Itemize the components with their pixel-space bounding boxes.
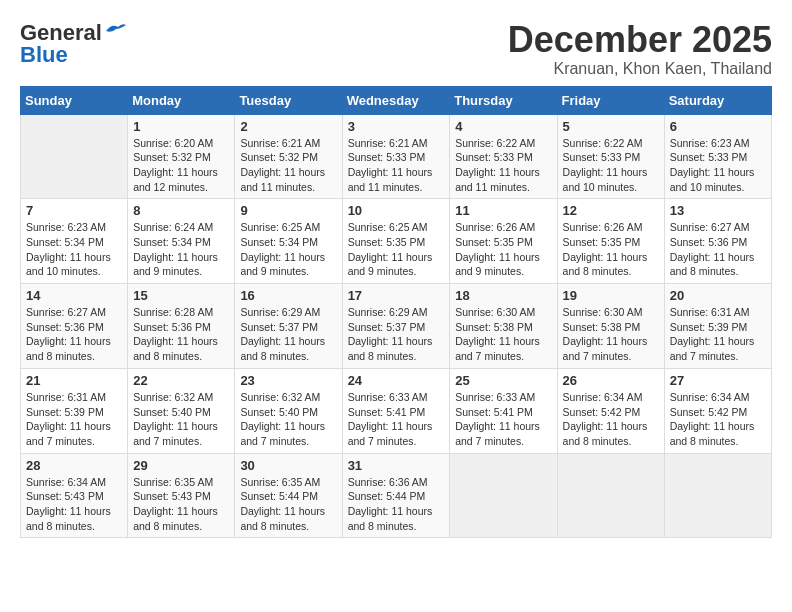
calendar-cell: 6Sunrise: 6:23 AMSunset: 5:33 PMDaylight… (664, 114, 771, 199)
calendar-cell: 5Sunrise: 6:22 AMSunset: 5:33 PMDaylight… (557, 114, 664, 199)
day-number: 19 (563, 288, 659, 303)
day-number: 2 (240, 119, 336, 134)
calendar-cell: 15Sunrise: 6:28 AMSunset: 5:36 PMDayligh… (128, 284, 235, 369)
day-info: Sunrise: 6:32 AMSunset: 5:40 PMDaylight:… (240, 390, 336, 449)
day-info: Sunrise: 6:32 AMSunset: 5:40 PMDaylight:… (133, 390, 229, 449)
day-info: Sunrise: 6:22 AMSunset: 5:33 PMDaylight:… (563, 136, 659, 195)
day-number: 5 (563, 119, 659, 134)
day-info: Sunrise: 6:35 AMSunset: 5:44 PMDaylight:… (240, 475, 336, 534)
week-row-3: 14Sunrise: 6:27 AMSunset: 5:36 PMDayligh… (21, 284, 772, 369)
day-info: Sunrise: 6:23 AMSunset: 5:34 PMDaylight:… (26, 220, 122, 279)
calendar-cell: 28Sunrise: 6:34 AMSunset: 5:43 PMDayligh… (21, 453, 128, 538)
day-info: Sunrise: 6:21 AMSunset: 5:32 PMDaylight:… (240, 136, 336, 195)
header-monday: Monday (128, 86, 235, 114)
header-tuesday: Tuesday (235, 86, 342, 114)
day-number: 9 (240, 203, 336, 218)
day-info: Sunrise: 6:23 AMSunset: 5:33 PMDaylight:… (670, 136, 766, 195)
day-number: 13 (670, 203, 766, 218)
day-info: Sunrise: 6:34 AMSunset: 5:43 PMDaylight:… (26, 475, 122, 534)
calendar-cell: 12Sunrise: 6:26 AMSunset: 5:35 PMDayligh… (557, 199, 664, 284)
day-number: 7 (26, 203, 122, 218)
header-saturday: Saturday (664, 86, 771, 114)
calendar-cell: 16Sunrise: 6:29 AMSunset: 5:37 PMDayligh… (235, 284, 342, 369)
calendar-cell (557, 453, 664, 538)
calendar-cell: 7Sunrise: 6:23 AMSunset: 5:34 PMDaylight… (21, 199, 128, 284)
day-info: Sunrise: 6:34 AMSunset: 5:42 PMDaylight:… (670, 390, 766, 449)
calendar-header-row: SundayMondayTuesdayWednesdayThursdayFrid… (21, 86, 772, 114)
week-row-2: 7Sunrise: 6:23 AMSunset: 5:34 PMDaylight… (21, 199, 772, 284)
day-info: Sunrise: 6:25 AMSunset: 5:35 PMDaylight:… (348, 220, 445, 279)
day-info: Sunrise: 6:31 AMSunset: 5:39 PMDaylight:… (670, 305, 766, 364)
week-row-4: 21Sunrise: 6:31 AMSunset: 5:39 PMDayligh… (21, 368, 772, 453)
title-block: December 2025 Kranuan, Khon Kaen, Thaila… (508, 20, 772, 78)
day-info: Sunrise: 6:33 AMSunset: 5:41 PMDaylight:… (348, 390, 445, 449)
day-number: 11 (455, 203, 551, 218)
calendar-cell: 27Sunrise: 6:34 AMSunset: 5:42 PMDayligh… (664, 368, 771, 453)
calendar-cell: 2Sunrise: 6:21 AMSunset: 5:32 PMDaylight… (235, 114, 342, 199)
calendar-cell: 10Sunrise: 6:25 AMSunset: 5:35 PMDayligh… (342, 199, 450, 284)
calendar-cell: 14Sunrise: 6:27 AMSunset: 5:36 PMDayligh… (21, 284, 128, 369)
day-number: 29 (133, 458, 229, 473)
day-info: Sunrise: 6:21 AMSunset: 5:33 PMDaylight:… (348, 136, 445, 195)
day-info: Sunrise: 6:36 AMSunset: 5:44 PMDaylight:… (348, 475, 445, 534)
calendar-cell: 21Sunrise: 6:31 AMSunset: 5:39 PMDayligh… (21, 368, 128, 453)
calendar-cell: 18Sunrise: 6:30 AMSunset: 5:38 PMDayligh… (450, 284, 557, 369)
calendar-cell: 22Sunrise: 6:32 AMSunset: 5:40 PMDayligh… (128, 368, 235, 453)
day-number: 21 (26, 373, 122, 388)
page-header: General Blue December 2025 Kranuan, Khon… (20, 20, 772, 78)
day-number: 3 (348, 119, 445, 134)
day-number: 25 (455, 373, 551, 388)
calendar-cell: 13Sunrise: 6:27 AMSunset: 5:36 PMDayligh… (664, 199, 771, 284)
calendar-cell: 9Sunrise: 6:25 AMSunset: 5:34 PMDaylight… (235, 199, 342, 284)
day-number: 17 (348, 288, 445, 303)
day-info: Sunrise: 6:31 AMSunset: 5:39 PMDaylight:… (26, 390, 122, 449)
day-info: Sunrise: 6:20 AMSunset: 5:32 PMDaylight:… (133, 136, 229, 195)
location-subtitle: Kranuan, Khon Kaen, Thailand (508, 60, 772, 78)
day-number: 4 (455, 119, 551, 134)
day-info: Sunrise: 6:28 AMSunset: 5:36 PMDaylight:… (133, 305, 229, 364)
day-info: Sunrise: 6:24 AMSunset: 5:34 PMDaylight:… (133, 220, 229, 279)
month-title: December 2025 (508, 20, 772, 60)
day-info: Sunrise: 6:25 AMSunset: 5:34 PMDaylight:… (240, 220, 336, 279)
day-number: 30 (240, 458, 336, 473)
day-info: Sunrise: 6:27 AMSunset: 5:36 PMDaylight:… (26, 305, 122, 364)
day-number: 18 (455, 288, 551, 303)
day-info: Sunrise: 6:22 AMSunset: 5:33 PMDaylight:… (455, 136, 551, 195)
calendar-cell: 1Sunrise: 6:20 AMSunset: 5:32 PMDaylight… (128, 114, 235, 199)
day-info: Sunrise: 6:33 AMSunset: 5:41 PMDaylight:… (455, 390, 551, 449)
calendar-cell (450, 453, 557, 538)
day-info: Sunrise: 6:26 AMSunset: 5:35 PMDaylight:… (563, 220, 659, 279)
day-number: 31 (348, 458, 445, 473)
day-info: Sunrise: 6:29 AMSunset: 5:37 PMDaylight:… (348, 305, 445, 364)
calendar-cell: 26Sunrise: 6:34 AMSunset: 5:42 PMDayligh… (557, 368, 664, 453)
calendar-cell: 17Sunrise: 6:29 AMSunset: 5:37 PMDayligh… (342, 284, 450, 369)
week-row-1: 1Sunrise: 6:20 AMSunset: 5:32 PMDaylight… (21, 114, 772, 199)
calendar-cell: 29Sunrise: 6:35 AMSunset: 5:43 PMDayligh… (128, 453, 235, 538)
day-number: 10 (348, 203, 445, 218)
day-number: 22 (133, 373, 229, 388)
day-number: 6 (670, 119, 766, 134)
day-number: 8 (133, 203, 229, 218)
calendar-cell: 19Sunrise: 6:30 AMSunset: 5:38 PMDayligh… (557, 284, 664, 369)
day-number: 14 (26, 288, 122, 303)
calendar-cell: 11Sunrise: 6:26 AMSunset: 5:35 PMDayligh… (450, 199, 557, 284)
day-number: 20 (670, 288, 766, 303)
calendar-cell: 25Sunrise: 6:33 AMSunset: 5:41 PMDayligh… (450, 368, 557, 453)
header-wednesday: Wednesday (342, 86, 450, 114)
day-number: 26 (563, 373, 659, 388)
day-info: Sunrise: 6:30 AMSunset: 5:38 PMDaylight:… (563, 305, 659, 364)
calendar-cell: 24Sunrise: 6:33 AMSunset: 5:41 PMDayligh… (342, 368, 450, 453)
day-info: Sunrise: 6:34 AMSunset: 5:42 PMDaylight:… (563, 390, 659, 449)
day-number: 27 (670, 373, 766, 388)
day-info: Sunrise: 6:30 AMSunset: 5:38 PMDaylight:… (455, 305, 551, 364)
calendar-cell: 30Sunrise: 6:35 AMSunset: 5:44 PMDayligh… (235, 453, 342, 538)
calendar-cell: 23Sunrise: 6:32 AMSunset: 5:40 PMDayligh… (235, 368, 342, 453)
day-number: 15 (133, 288, 229, 303)
calendar-cell: 31Sunrise: 6:36 AMSunset: 5:44 PMDayligh… (342, 453, 450, 538)
calendar-cell: 8Sunrise: 6:24 AMSunset: 5:34 PMDaylight… (128, 199, 235, 284)
header-thursday: Thursday (450, 86, 557, 114)
calendar-cell: 4Sunrise: 6:22 AMSunset: 5:33 PMDaylight… (450, 114, 557, 199)
day-info: Sunrise: 6:35 AMSunset: 5:43 PMDaylight:… (133, 475, 229, 534)
header-friday: Friday (557, 86, 664, 114)
day-number: 16 (240, 288, 336, 303)
